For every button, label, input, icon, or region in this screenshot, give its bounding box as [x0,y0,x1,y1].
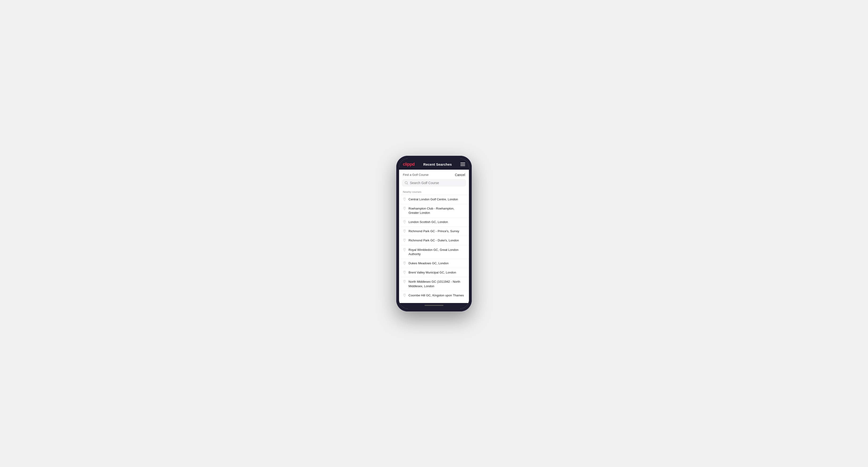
location-pin-icon [403,239,406,242]
course-name: Dukes Meadows GC, London [408,261,465,266]
svg-point-10 [404,281,405,281]
location-pin-icon [403,293,406,297]
location-pin-icon [403,220,406,223]
list-item[interactable]: Royal Wimbledon GC, Great London Authori… [399,245,469,259]
svg-point-5 [404,230,405,231]
svg-point-3 [404,207,405,208]
find-title: Find a Golf Course [403,173,429,177]
list-item[interactable]: London Scottish GC, London [399,217,469,226]
list-item[interactable]: Richmond Park GC - Duke's, London [399,236,469,245]
location-pin-icon [403,248,406,251]
course-name: London Scottish GC, London [408,220,465,224]
nearby-section: Nearby courses Central London Golf Centr… [399,189,469,303]
svg-point-9 [404,271,405,272]
location-pin-icon [403,207,406,210]
course-list: Central London Golf Centre, London Roeha… [399,195,469,300]
course-name: Central London Golf Centre, London [408,197,465,201]
search-input[interactable] [410,181,463,185]
course-name: Roehampton Club - Roehampton, Greater Lo… [408,207,465,215]
main-content: Find a Golf Course Cancel Nearby courses [399,170,469,303]
phone-screen: clippd Recent Searches Find a Golf Cours… [399,159,469,309]
svg-point-2 [404,198,405,199]
cancel-button[interactable]: Cancel [455,173,465,177]
nearby-label: Nearby courses [399,189,469,195]
svg-point-7 [404,248,405,249]
home-indicator [399,303,469,309]
location-pin-icon [403,271,406,274]
svg-point-11 [404,294,405,295]
list-item[interactable]: Brent Valley Municipal GC, London [399,268,469,277]
list-item[interactable]: North Middlesex GC (1011942 - North Midd… [399,277,469,290]
search-container [399,179,469,189]
list-item[interactable]: Richmond Park GC - Prince's, Surrey [399,226,469,236]
page-title: Recent Searches [423,162,452,166]
course-name: Royal Wimbledon GC, Great London Authori… [408,248,465,256]
list-item[interactable]: Roehampton Club - Roehampton, Greater Lo… [399,204,469,217]
location-pin-icon [403,280,406,283]
course-name: North Middlesex GC (1011942 - North Midd… [408,280,465,288]
list-item[interactable]: Central London Golf Centre, London [399,195,469,204]
nav-bar: clippd Recent Searches [399,159,469,170]
course-name: Coombe Hill GC, Kingston upon Thames [408,293,465,298]
list-item[interactable]: Coombe Hill GC, Kingston upon Thames [399,291,469,300]
location-pin-icon [403,197,406,201]
course-name: Richmond Park GC - Prince's, Surrey [408,229,465,234]
location-pin-icon [403,229,406,233]
search-box [402,179,466,187]
home-bar [425,305,443,306]
course-name: Brent Valley Municipal GC, London [408,271,465,275]
course-name: Richmond Park GC - Duke's, London [408,238,465,243]
menu-icon[interactable] [460,163,465,166]
app-logo: clippd [403,162,415,167]
svg-point-6 [404,239,405,240]
list-item[interactable]: Dukes Meadows GC, London [399,259,469,268]
location-pin-icon [403,261,406,265]
search-icon [405,181,408,185]
svg-point-4 [404,221,405,222]
svg-point-8 [404,262,405,263]
svg-line-1 [407,183,408,184]
find-header: Find a Golf Course Cancel [399,170,469,179]
phone-device: clippd Recent Searches Find a Golf Cours… [396,156,472,311]
